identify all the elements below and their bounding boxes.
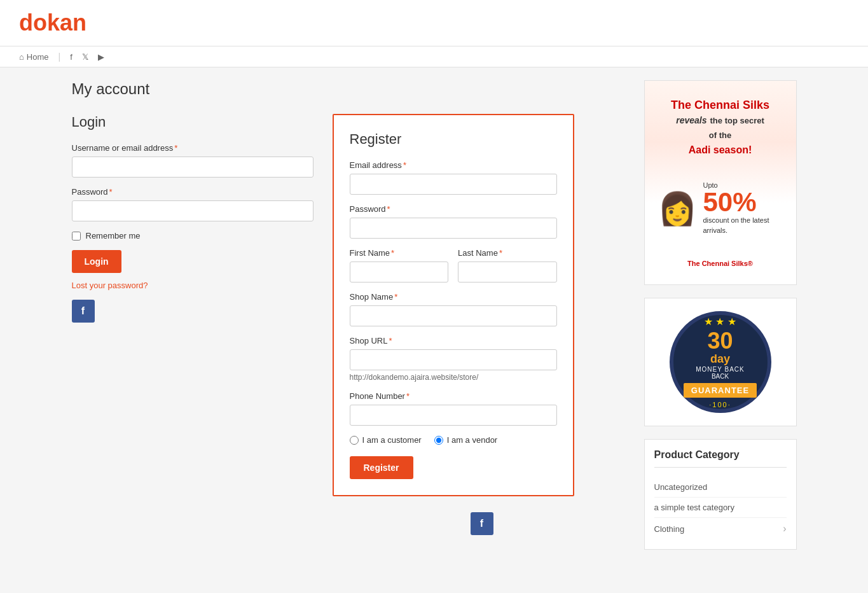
password-group: Password* [72, 187, 313, 221]
ad-header: The Chennai Silks reveals the top secret… [651, 98, 790, 158]
page-container: My account Login Username or email addre… [53, 67, 816, 562]
forms-row: Login Username or email address* Passwor… [72, 114, 625, 496]
product-category-section: Product Category Uncategorizeda simple t… [644, 439, 797, 550]
login-password-required: * [109, 187, 113, 197]
sidebar: The Chennai Silks reveals the top secret… [644, 80, 797, 550]
logo-accent: d [19, 10, 33, 36]
chevron-right-icon: › [783, 523, 786, 534]
register-facebook-wrapper: f [339, 503, 625, 535]
shopurl-hint: http://dokandemo.ajaira.website/store/ [350, 373, 557, 382]
shopurl-group: Shop URL* http://dokandemo.ajaira.websit… [350, 336, 557, 382]
guarantee-back: BACK [712, 373, 729, 380]
sidebar-ad-chennai: The Chennai Silks reveals the top secret… [644, 80, 797, 285]
header: dokan [0, 0, 868, 46]
ad-logo-bottom: The Chennai Silks® [681, 260, 759, 267]
shopname-input[interactable] [350, 305, 557, 326]
twitter-nav-icon[interactable]: 𝕏 [82, 52, 88, 62]
shopname-group: Shop Name* [350, 292, 557, 326]
ad-discount-percent: 50% [703, 189, 783, 216]
ad-woman-figure: 👩 [658, 190, 697, 227]
shopurl-required: * [389, 336, 392, 345]
lastname-required: * [499, 248, 502, 258]
main-content: My account Login Username or email addre… [72, 80, 625, 550]
ad-discount-block: Upto 50% discount on the latest arrivals… [703, 181, 783, 235]
firstname-input[interactable] [350, 262, 449, 283]
phone-label: Phone Number* [350, 391, 557, 401]
remember-me-checkbox[interactable] [72, 232, 81, 241]
firstname-required: * [391, 248, 394, 258]
register-password-input[interactable] [350, 218, 557, 239]
guarantee-badge-wrapper: ★ ★ ★ 30 day MONEY BACK BACK GUARANTEE ·… [644, 298, 797, 426]
guarantee-stars: ★ ★ ★ [704, 316, 736, 328]
register-facebook-button[interactable]: f [471, 512, 493, 535]
category-name: Uncategorized [654, 482, 708, 492]
list-item[interactable]: a simple test category [654, 498, 787, 518]
name-row: First Name* Last Name* [350, 248, 557, 292]
shopname-label: Shop Name* [350, 292, 557, 302]
guarantee-badge: ★ ★ ★ 30 day MONEY BACK BACK GUARANTEE ·… [670, 311, 771, 413]
home-icon: ⌂ [19, 52, 24, 62]
firstname-label: First Name* [350, 248, 449, 258]
product-category-title: Product Category [654, 449, 787, 468]
username-input[interactable] [72, 157, 313, 178]
lastname-input[interactable] [458, 262, 557, 283]
list-item[interactable]: Clothing› [654, 518, 787, 540]
email-group: Email address* [350, 160, 557, 195]
login-section: Login Username or email address* Passwor… [72, 114, 313, 323]
ad-image: The Chennai Silks reveals the top secret… [645, 81, 796, 284]
email-input[interactable] [350, 174, 557, 195]
vendor-label: I am a vendor [447, 435, 498, 445]
vendor-option[interactable]: I am a vendor [434, 435, 498, 445]
vendor-radio[interactable] [434, 436, 443, 445]
lastname-label: Last Name* [458, 248, 557, 258]
guarantee-100: ·100· [709, 401, 731, 408]
site-logo[interactable]: dokan [19, 10, 849, 36]
page-title: My account [72, 80, 625, 98]
guarantee-label: GUARANTEE [684, 383, 757, 398]
register-section: Register Email address* Password* [333, 114, 574, 496]
register-password-group: Password* [350, 204, 557, 239]
register-button[interactable]: Register [350, 456, 413, 479]
login-facebook-button[interactable]: f [72, 300, 95, 323]
ad-discount-text: discount on the latest arrivals. [703, 216, 783, 235]
category-name: a simple test category [654, 503, 734, 512]
category-list: Uncategorizeda simple test categoryCloth… [654, 477, 787, 540]
shopurl-label: Shop URL* [350, 336, 557, 345]
phone-input[interactable] [350, 405, 557, 426]
remember-me-label: Remember me [86, 231, 141, 241]
nav-divider: | [59, 52, 61, 62]
guarantee-day-text: day [710, 352, 730, 366]
email-label: Email address* [350, 160, 557, 170]
login-password-label: Password* [72, 187, 313, 197]
phone-required: * [406, 391, 410, 401]
lost-password-link[interactable]: Lost your password? [72, 281, 313, 290]
firstname-group: First Name* [350, 248, 449, 283]
nav-home[interactable]: ⌂ Home [19, 52, 49, 62]
remember-me-row: Remember me [72, 231, 313, 241]
login-password-input[interactable] [72, 200, 313, 221]
register-title: Register [350, 131, 557, 148]
ad-content: 👩 Upto 50% discount on the latest arriva… [651, 178, 790, 239]
email-required: * [403, 160, 406, 170]
customer-option[interactable]: I am a customer [350, 435, 422, 445]
register-password-label: Password* [350, 204, 557, 214]
phone-group: Phone Number* [350, 391, 557, 426]
facebook-nav-icon[interactable]: f [70, 52, 72, 62]
ad-title: The Chennai Silks reveals the top secret… [651, 98, 790, 158]
login-title: Login [72, 114, 313, 130]
role-selection: I am a customer I am a vendor [350, 435, 557, 445]
username-group: Username or email address* [72, 143, 313, 178]
shopname-required: * [394, 292, 397, 302]
guarantee-money: MONEY BACK [696, 366, 745, 373]
list-item[interactable]: Uncategorized [654, 477, 787, 498]
customer-label: I am a customer [362, 435, 422, 445]
customer-radio[interactable] [350, 436, 359, 445]
main-nav: ⌂ Home | f 𝕏 ▶ [0, 46, 868, 67]
username-required: * [174, 143, 177, 153]
category-name: Clothing [654, 524, 685, 534]
guarantee-30: 30 [707, 330, 733, 352]
shopurl-input[interactable] [350, 349, 557, 370]
youtube-nav-icon[interactable]: ▶ [98, 52, 104, 62]
login-button[interactable]: Login [72, 250, 121, 273]
username-label: Username or email address* [72, 143, 313, 153]
